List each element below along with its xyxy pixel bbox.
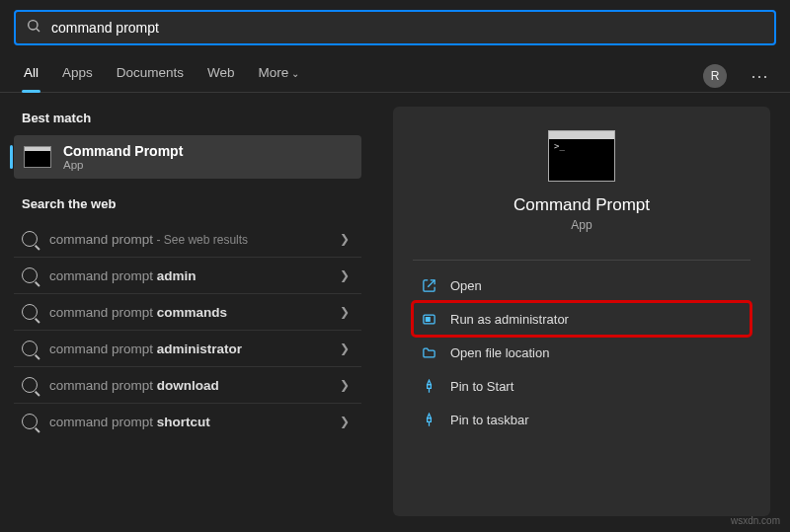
web-result-item[interactable]: command prompt shortcut ❯	[14, 403, 361, 439]
user-avatar[interactable]: R	[703, 64, 727, 88]
search-input[interactable]	[51, 20, 764, 36]
tab-all[interactable]: All	[22, 59, 40, 92]
search-icon	[22, 414, 38, 429]
run-as-administrator-action[interactable]: Run as administrator	[413, 302, 750, 336]
svg-rect-4	[427, 384, 431, 388]
more-options-button[interactable]: ⋯	[747, 65, 772, 87]
search-icon	[22, 231, 38, 247]
chevron-right-icon[interactable]: ❯	[336, 232, 354, 246]
web-result-item[interactable]: command prompt administrator ❯	[14, 330, 361, 366]
filter-tabs: All Apps Documents Web More⌄ R ⋯	[0, 45, 790, 93]
chevron-right-icon[interactable]: ❯	[336, 268, 354, 282]
detail-column: Command Prompt App Open Run as administr…	[373, 93, 790, 530]
pin-to-start-action[interactable]: Pin to Start	[413, 369, 750, 403]
action-label: Run as administrator	[450, 312, 569, 327]
search-icon	[22, 267, 38, 283]
tab-more[interactable]: More⌄	[257, 59, 302, 92]
web-result-item[interactable]: command prompt commands ❯	[14, 293, 361, 330]
results-area: Best match Command Prompt App Search the…	[0, 93, 790, 530]
watermark: wsxdn.com	[731, 515, 780, 526]
pin-icon	[421, 412, 436, 427]
svg-point-0	[29, 21, 38, 30]
web-result-item[interactable]: command prompt admin ❯	[14, 257, 361, 293]
svg-line-1	[37, 29, 40, 32]
svg-rect-3	[426, 317, 430, 321]
pin-to-taskbar-action[interactable]: Pin to taskbar	[413, 403, 750, 436]
action-label: Pin to Start	[450, 379, 514, 394]
action-list: Open Run as administrator Open file loca…	[413, 268, 750, 436]
chevron-right-icon[interactable]: ❯	[336, 415, 354, 428]
best-match-subtitle: App	[63, 159, 183, 171]
search-icon	[26, 18, 41, 38]
action-label: Open file location	[450, 345, 549, 360]
best-match-label: Best match	[22, 111, 361, 125]
app-hero: Command Prompt App	[413, 130, 750, 232]
search-web-label: Search the web	[22, 196, 361, 211]
app-subtitle: App	[413, 218, 750, 232]
svg-rect-6	[427, 418, 431, 421]
open-action[interactable]: Open	[413, 268, 750, 302]
chevron-right-icon[interactable]: ❯	[336, 378, 354, 392]
search-icon	[22, 304, 38, 320]
command-prompt-icon	[24, 146, 51, 168]
open-file-location-action[interactable]: Open file location	[413, 336, 750, 369]
results-list: Best match Command Prompt App Search the…	[0, 93, 373, 530]
web-results-list: command prompt - See web results ❯ comma…	[14, 221, 361, 439]
shield-icon	[421, 311, 436, 327]
search-icon	[22, 341, 38, 356]
best-match-item[interactable]: Command Prompt App	[14, 135, 361, 179]
tab-apps[interactable]: Apps	[60, 59, 95, 92]
web-result-item[interactable]: command prompt - See web results ❯	[14, 221, 361, 257]
chevron-down-icon: ⌄	[291, 68, 299, 79]
divider	[413, 260, 750, 261]
search-icon	[22, 377, 38, 393]
pin-icon	[421, 378, 436, 394]
detail-panel: Command Prompt App Open Run as administr…	[393, 107, 770, 516]
action-label: Open	[450, 278, 482, 293]
best-match-title: Command Prompt	[63, 143, 183, 159]
open-icon	[421, 277, 436, 293]
chevron-right-icon[interactable]: ❯	[336, 305, 354, 319]
chevron-right-icon[interactable]: ❯	[336, 342, 354, 355]
folder-icon	[421, 344, 436, 360]
action-label: Pin to taskbar	[450, 413, 529, 427]
command-prompt-icon	[548, 130, 615, 182]
search-bar[interactable]	[14, 10, 776, 45]
web-result-item[interactable]: command prompt download ❯	[14, 366, 361, 403]
app-title: Command Prompt	[413, 195, 750, 215]
tab-web[interactable]: Web	[205, 59, 237, 92]
tab-documents[interactable]: Documents	[115, 59, 186, 92]
